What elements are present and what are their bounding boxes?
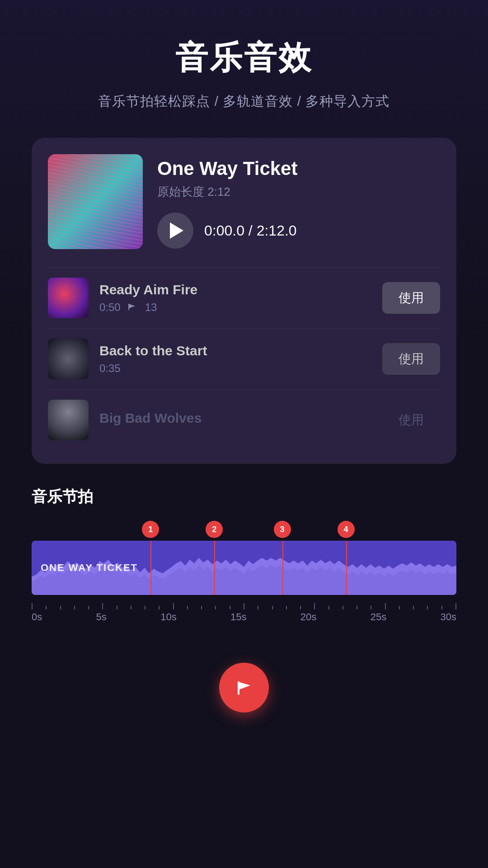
timeline-label-25s: 25s (371, 611, 386, 623)
beat-marker-circle-3: 3 (274, 521, 291, 538)
beat-marker-4: 4 (338, 521, 355, 538)
player-controls: 0:00.0 / 2:12.0 (157, 212, 440, 249)
time-display: 0:00.0 / 2:12.0 (204, 222, 297, 239)
tick (46, 606, 47, 609)
current-track: One Way Ticket 原始长度 2:12 0:00.0 / 2:12.0 (48, 154, 440, 249)
flag-count-icon (128, 301, 138, 314)
track-item-info: Big Bad Wolves (99, 410, 371, 429)
tick (145, 606, 145, 609)
tick (74, 606, 75, 609)
marker-line-4 (346, 541, 347, 595)
tick (230, 606, 230, 609)
timeline-label-10s: 10s (160, 611, 176, 623)
waveform-track[interactable]: ONE WAY TICKET (32, 541, 456, 595)
track-item-name: Back to the Start (99, 343, 371, 359)
timeline-content: 0s 5s 10s 15s 20s 25s 30s (32, 600, 456, 623)
beat-marker-1: 1 (142, 521, 159, 538)
track-item: Ready Aim Fire 0:50 13 使用 (48, 267, 440, 328)
page-title: 音乐音效 (175, 36, 313, 80)
svg-marker-0 (129, 304, 135, 308)
timeline-label-15s: 15s (230, 611, 246, 623)
timeline-labels: 0s 5s 10s 15s 20s 25s 30s (32, 611, 456, 623)
page-container: 音乐音效 音乐节拍轻松踩点 / 多轨道音效 / 多种导入方式 One Way T… (0, 0, 488, 868)
tick (187, 606, 188, 609)
timeline-label-20s: 20s (300, 611, 316, 623)
marker-line-1 (150, 541, 151, 595)
track-item-meta: 0:35 (99, 362, 371, 375)
svg-rect-1 (128, 304, 129, 310)
tick (413, 606, 414, 609)
tick (314, 603, 315, 609)
waveform-wrapper: 1 2 3 4 (32, 521, 456, 623)
waveform-label: ONE WAY TICKET (41, 562, 138, 574)
tick (357, 606, 357, 609)
track-item: Back to the Start 0:35 使用 (48, 328, 440, 389)
tick-marks (32, 600, 456, 609)
tick (385, 603, 386, 609)
tick (32, 603, 33, 609)
track-item-meta: 0:50 13 (99, 301, 371, 314)
time-total: 2:12.0 (257, 222, 297, 239)
beat-title: 音乐节拍 (32, 486, 456, 507)
svg-rect-2 (238, 681, 239, 695)
beat-marker-3: 3 (274, 521, 291, 538)
tick (244, 603, 244, 609)
track-item-info: Back to the Start 0:35 (99, 343, 371, 375)
track-item-art (48, 339, 89, 379)
tick (371, 606, 371, 609)
marker-line-2 (214, 541, 215, 595)
page-subtitle: 音乐节拍轻松踩点 / 多轨道音效 / 多种导入方式 (98, 92, 389, 111)
track-item-dimmed: Big Bad Wolves 使用 (48, 389, 440, 450)
tick (328, 606, 329, 609)
beat-marker-circle-1: 1 (142, 521, 159, 538)
flag-count: 13 (145, 301, 157, 314)
use-button-1[interactable]: 使用 (382, 282, 440, 314)
tick (300, 606, 301, 609)
tick (272, 606, 273, 609)
tick (131, 606, 131, 609)
tick (286, 606, 287, 609)
tick (343, 606, 343, 609)
timeline-label-5s: 5s (96, 611, 107, 623)
beat-marker-circle-2: 2 (206, 521, 223, 538)
flag-icon-large (234, 678, 254, 698)
tick (399, 606, 400, 609)
tick (201, 606, 202, 609)
flag-button-container (219, 663, 269, 712)
marker-line-3 (282, 541, 283, 595)
beat-marker-2: 2 (206, 521, 223, 538)
track-item-duration: 0:50 (99, 301, 121, 314)
time-current: 0:00.0 (204, 222, 244, 239)
tick (427, 606, 428, 609)
beat-marker-circle-4: 4 (338, 521, 355, 538)
tick (88, 606, 89, 609)
use-button-3[interactable]: 使用 (382, 404, 440, 436)
track-duration-label: 原始长度 2:12 (157, 184, 440, 200)
track-item-art (48, 278, 89, 318)
beat-section: 音乐节拍 1 2 3 (32, 486, 456, 645)
flag-button[interactable] (219, 663, 269, 712)
timeline: 0s 5s 10s 15s 20s 25s 30s (32, 595, 456, 623)
tick (60, 606, 61, 609)
timeline-label-0s: 0s (32, 611, 42, 623)
tick (455, 603, 456, 609)
beat-markers-row: 1 2 3 4 (32, 521, 456, 539)
use-button-2[interactable]: 使用 (382, 343, 440, 375)
track-art-image (48, 154, 143, 249)
tick (441, 606, 442, 609)
play-button[interactable] (157, 212, 193, 249)
tick (102, 603, 103, 609)
track-list: Ready Aim Fire 0:50 13 使用 (48, 267, 440, 450)
track-item-name: Big Bad Wolves (99, 410, 371, 426)
time-separator: / (249, 222, 257, 239)
track-info: One Way Ticket 原始长度 2:12 0:00.0 / 2:12.0 (157, 154, 440, 249)
tick (159, 606, 160, 609)
track-item-name: Ready Aim Fire (99, 282, 371, 297)
track-title: One Way Ticket (157, 158, 440, 179)
timeline-label-30s: 30s (441, 611, 456, 623)
tick (215, 606, 216, 609)
tick (173, 603, 174, 609)
track-item-art (48, 400, 89, 440)
track-item-duration: 0:35 (99, 362, 121, 375)
track-item-info: Ready Aim Fire 0:50 13 (99, 282, 371, 314)
